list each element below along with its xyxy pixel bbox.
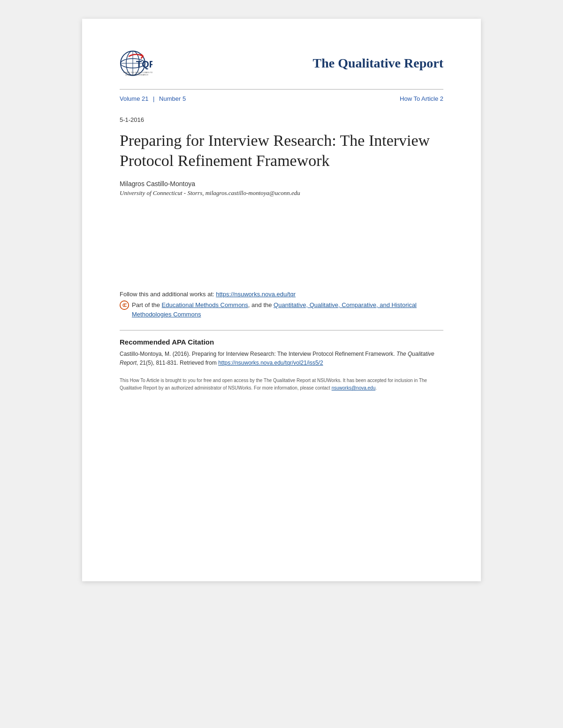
footer-text-end: .	[375, 385, 377, 390]
journal-title: The Qualitative Report	[313, 56, 443, 71]
author-name: Milagros Castillo-Montoya	[120, 180, 443, 188]
tqr-logo-icon: TQR WHERE THE WORLD COMES TO LEARN QUALI…	[120, 47, 152, 80]
citation-text-after: , 21(5), 811-831. Retrieved from	[137, 360, 218, 366]
follow-prefix: Follow this and additional works at:	[120, 291, 216, 298]
header: TQR WHERE THE WORLD COMES TO LEARN QUALI…	[120, 47, 443, 80]
volume-row: Volume 21 | Number 5 How To Article 2	[120, 95, 443, 102]
svg-text:TQR: TQR	[136, 59, 152, 69]
citation-text-before: Castillo-Montoya, M. (2016). Preparing f…	[120, 351, 396, 357]
page: TQR WHERE THE WORLD COMES TO LEARN QUALI…	[82, 19, 481, 581]
article-date: 5-1-2016	[120, 116, 443, 123]
volume-info: Volume 21 | Number 5	[120, 95, 186, 102]
footer-email-link[interactable]: nsuworks@nova.edu	[332, 385, 376, 390]
logo-area: TQR WHERE THE WORLD COMES TO LEARN QUALI…	[120, 47, 152, 80]
citation-section: Recommended APA Citation Castillo-Montoy…	[120, 330, 443, 368]
citation-link[interactable]: https://nsuworks.nova.edu/tqr/vol21/iss5…	[218, 360, 323, 366]
logo-container: TQR WHERE THE WORLD COMES TO LEARN QUALI…	[120, 47, 152, 80]
author-affiliation: University of Connecticut - Storrs, mila…	[120, 189, 443, 197]
follow-section: Follow this and additional works at: htt…	[120, 291, 443, 319]
volume-label: Volume 21	[120, 95, 148, 102]
number-label: Number 5	[159, 95, 186, 102]
commons-link-1[interactable]: Educational Methods Commons	[162, 301, 248, 308]
part-of-text: Part of the Educational Methods Commons,…	[120, 300, 443, 319]
svg-text:QUALITATIVE RESEARCH: QUALITATIVE RESEARCH	[125, 74, 148, 76]
follow-text: Follow this and additional works at: htt…	[120, 291, 443, 298]
article-title: Preparing for Interview Research: The In…	[120, 131, 443, 171]
header-divider	[120, 89, 443, 90]
article-type: How To Article 2	[400, 95, 443, 102]
vol-separator: |	[153, 95, 156, 102]
citation-heading: Recommended APA Citation	[120, 338, 443, 346]
cc-icon	[120, 300, 129, 310]
part-prefix: Part of the Educational Methods Commons,…	[132, 300, 443, 319]
citation-text: Castillo-Montoya, M. (2016). Preparing f…	[120, 350, 443, 368]
follow-link[interactable]: https://nsuworks.nova.edu/tqr	[216, 291, 296, 298]
footer-note: This How To Article is brought to you fo…	[120, 377, 443, 392]
footer-text: This How To Article is brought to you fo…	[120, 378, 427, 390]
